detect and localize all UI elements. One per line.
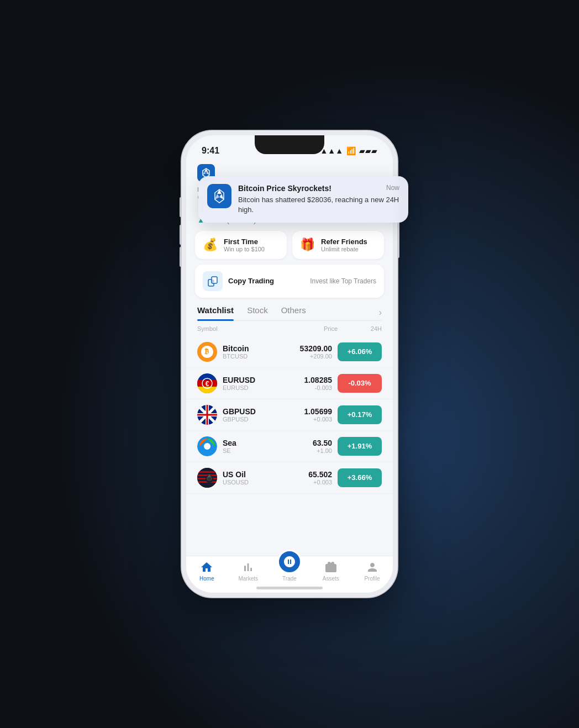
wifi-icon: 📶 — [346, 146, 356, 155]
eur-coin-icon: € — [197, 373, 217, 393]
tab-watchlist[interactable]: Watchlist — [197, 305, 234, 320]
btc-coin-icon — [197, 342, 217, 362]
symbol-info: Sea SE — [197, 436, 278, 456]
table-row[interactable]: Bitcoin BTCUSD 53209.00 +209.00 +6.06% — [186, 336, 393, 368]
symbol-info: Bitcoin BTCUSD — [197, 342, 278, 362]
phone-frame: 9:41 ▲▲▲ 📶 ▰▰▰ — [182, 131, 397, 597]
btc-names: Bitcoin BTCUSD — [223, 344, 249, 360]
table-row[interactable]: Sea SE 63.50 +1.00 +1.91% — [186, 431, 393, 462]
eur-badge: -0.03% — [338, 374, 382, 393]
oil-coin-icon — [197, 468, 217, 488]
gbp-price-info: 1.05699 +0.003 — [278, 407, 332, 423]
eur-diff: -0.003 — [278, 384, 332, 391]
copy-trading-card[interactable]: Copy Trading Invest like Top Traders — [195, 265, 384, 298]
symbol-info: GBPUSD GBPUSD — [197, 405, 278, 425]
notif-header: Bitcoin Price Skyrockets! Now — [238, 184, 399, 193]
table-row[interactable]: GBPUSD GBPUSD 1.05699 +0.003 +0.17% — [186, 399, 393, 431]
oil-price-info: 65.502 +0.003 — [278, 470, 332, 486]
btc-diff: +209.00 — [278, 353, 332, 360]
notification-popup: Bitcoin Price Skyrockets! Now Bitcoin ha… — [198, 176, 408, 223]
refer-friends-icon: 🎁 — [300, 238, 315, 252]
symbol-info: € EURUSD EURUSD — [197, 373, 278, 393]
btc-price: 53209.00 — [278, 344, 332, 353]
cards-section: 💰 First Time Win up to $100 🎁 Refer Frie… — [186, 231, 393, 298]
nav-home-label: Home — [199, 576, 214, 582]
nav-assets-label: Assets — [323, 576, 339, 582]
tabs-section: Watchlist Stock Others › — [186, 298, 393, 321]
signal-icon: ▲▲▲ — [320, 146, 343, 155]
svg-point-2 — [211, 279, 214, 283]
btc-name: Bitcoin — [223, 344, 249, 353]
notif-body: Bitcoin has shattered $28036, reaching a… — [238, 195, 399, 215]
gbp-diff: +0.003 — [278, 416, 332, 423]
first-time-card[interactable]: 💰 First Time Win up to $100 — [195, 231, 287, 259]
table-row[interactable]: US Oil USOUSD 65.502 +0.003 +3.66% — [186, 462, 393, 494]
eur-symbol: EURUSD — [223, 384, 255, 391]
refer-friends-title: Refer Friends — [321, 238, 367, 246]
status-icons: ▲▲▲ 📶 ▰▰▰ — [320, 146, 377, 155]
col-symbol: Symbol — [197, 325, 281, 332]
nav-trade-label: Trade — [282, 576, 297, 582]
nav-markets-label: Markets — [238, 576, 258, 582]
gbp-coin-icon — [197, 405, 217, 425]
promo-cards-row: 💰 First Time Win up to $100 🎁 Refer Frie… — [195, 231, 384, 259]
table-header: Symbol Price 24H — [186, 321, 393, 336]
btc-price-info: 53209.00 +209.00 — [278, 344, 332, 360]
btc-symbol: BTCUSD — [223, 353, 249, 360]
svg-marker-27 — [219, 194, 224, 199]
nav-trade[interactable]: Trade — [269, 561, 310, 582]
eur-name: EURUSD — [223, 376, 255, 384]
nav-markets[interactable]: Markets — [228, 561, 269, 582]
gbp-badge: +0.17% — [338, 405, 382, 424]
copy-trading-icon — [203, 271, 223, 291]
sea-price: 63.50 — [278, 439, 332, 447]
first-time-sub: Win up to $100 — [224, 246, 265, 252]
nav-profile-label: Profile — [364, 576, 380, 582]
notif-content: Bitcoin Price Skyrockets! Now Bitcoin ha… — [238, 184, 399, 215]
watchlist-table: Bitcoin BTCUSD 53209.00 +209.00 +6.06% — [186, 336, 393, 494]
notch — [255, 135, 324, 154]
tab-others[interactable]: Others — [281, 305, 306, 320]
symbol-info: US Oil USOUSD — [197, 468, 278, 488]
svg-text:€: € — [206, 380, 209, 388]
tab-stock[interactable]: Stock — [247, 305, 268, 320]
oil-names: US Oil USOUSD — [223, 470, 249, 486]
oil-diff: +0.003 — [278, 479, 332, 486]
notif-time: Now — [386, 184, 399, 192]
nav-assets[interactable]: Assets — [310, 561, 351, 582]
col-price: Price — [281, 325, 338, 332]
notif-title: Bitcoin Price Skyrockets! — [238, 184, 382, 193]
scene: 9:41 ▲▲▲ 📶 ▰▰▰ — [0, 0, 579, 728]
gbp-symbol: GBPUSD — [223, 416, 256, 423]
refer-friends-card[interactable]: 🎁 Refer Friends Unlimit rebate — [292, 231, 384, 259]
eur-price: 1.08285 — [278, 376, 332, 384]
gbp-price: 1.05699 — [278, 407, 332, 416]
sea-symbol: SE — [223, 447, 236, 454]
refer-friends-sub: Unlimit rebate — [321, 246, 367, 252]
sea-badge: +1.91% — [338, 437, 382, 456]
tabs-row: Watchlist Stock Others › — [197, 305, 382, 321]
sea-price-info: 63.50 +1.00 — [278, 439, 332, 454]
copy-trading-title: Copy Trading — [228, 277, 274, 285]
btc-badge: +6.06% — [338, 342, 382, 361]
eur-names: EURUSD EURUSD — [223, 376, 255, 391]
oil-name: US Oil — [223, 470, 249, 479]
notif-app-logo — [207, 184, 231, 208]
battery-icon: ▰▰▰ — [359, 146, 377, 155]
svg-point-16 — [204, 443, 210, 450]
svg-rect-18 — [197, 471, 217, 473]
nav-profile[interactable]: Profile — [351, 561, 393, 582]
sea-name: Sea — [223, 439, 236, 447]
first-time-title: First Time — [224, 238, 265, 246]
oil-symbol: USOUSD — [223, 479, 249, 486]
gbp-names: GBPUSD GBPUSD — [223, 407, 256, 423]
table-row[interactable]: € EURUSD EURUSD 1.08285 -0.003 -0.03% — [186, 368, 393, 399]
sea-coin-icon — [197, 436, 217, 456]
sea-diff: +1.00 — [278, 447, 332, 454]
chevron-right-icon: › — [379, 308, 382, 318]
nav-home[interactable]: Home — [186, 561, 228, 582]
oil-badge: +3.66% — [338, 468, 382, 487]
gbp-name: GBPUSD — [223, 407, 256, 416]
home-indicator — [256, 587, 323, 589]
status-time: 9:41 — [202, 146, 219, 156]
